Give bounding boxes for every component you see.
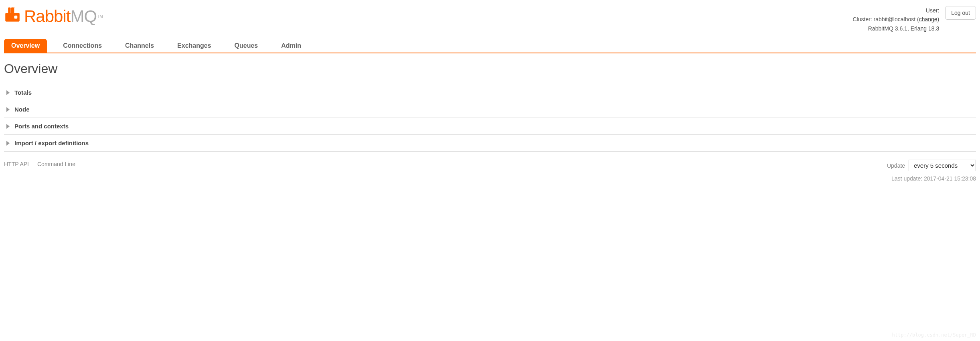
rabbitmq-logo: RabbitMQTM (4, 6, 103, 27)
chevron-right-icon (6, 141, 10, 146)
page-title: Overview (4, 61, 976, 76)
chevron-right-icon (6, 107, 10, 112)
cluster-label: Cluster: (852, 16, 872, 22)
logo-tm: TM (97, 14, 102, 19)
cluster-value: rabbit@localhost (874, 16, 916, 22)
section-ports-label: Ports and contexts (14, 123, 69, 130)
tab-admin[interactable]: Admin (274, 39, 308, 53)
section-totals[interactable]: Totals (4, 89, 976, 96)
footer-divider (33, 160, 33, 168)
rabbitmq-icon (4, 6, 21, 27)
section-node-label: Node (14, 106, 30, 113)
command-line-link[interactable]: Command Line (37, 161, 75, 167)
update-label: Update (887, 162, 905, 169)
svg-rect-1 (8, 8, 11, 14)
section-node[interactable]: Node (4, 106, 976, 113)
tab-overview[interactable]: Overview (4, 39, 47, 53)
tab-exchanges[interactable]: Exchanges (170, 39, 218, 53)
version-product: RabbitMQ 3.6.1, (868, 25, 909, 32)
last-update-value: 2017-04-21 15:23:08 (924, 175, 976, 182)
last-update-label: Last update: (891, 175, 922, 182)
http-api-link[interactable]: HTTP API (4, 161, 29, 167)
change-link[interactable]: change (919, 16, 937, 22)
main-tabs: Overview Connections Channels Exchanges … (4, 39, 976, 53)
logout-button[interactable]: Log out (945, 6, 976, 20)
update-interval-select[interactable]: every 5 seconds (909, 160, 976, 171)
section-ports[interactable]: Ports and contexts (4, 123, 976, 130)
section-totals-label: Totals (14, 89, 32, 96)
erlang-version-link[interactable]: Erlang 18.3 (911, 25, 940, 32)
section-import-export[interactable]: Import / export definitions (4, 140, 976, 146)
svg-rect-2 (12, 8, 14, 14)
tab-queues[interactable]: Queues (227, 39, 265, 53)
tab-channels[interactable]: Channels (118, 39, 161, 53)
logo-text-rabbit: Rabbit (24, 7, 70, 26)
logo-text-mq: MQ (70, 7, 97, 26)
tab-connections[interactable]: Connections (56, 39, 109, 53)
chevron-right-icon (6, 90, 10, 95)
svg-rect-3 (14, 16, 17, 19)
section-import-export-label: Import / export definitions (14, 140, 89, 146)
chevron-right-icon (6, 124, 10, 129)
user-label: User: (926, 7, 939, 14)
